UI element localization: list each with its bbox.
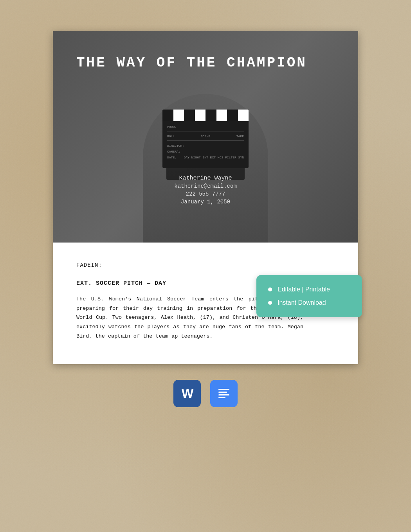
contact-date: January 1, 2050 — [76, 199, 335, 205]
clapper-daynight-label: Day Night Int Ext Mos Filter Syn — [184, 156, 244, 159]
fade-in-text: FADEIN: — [76, 262, 335, 268]
clapper-row-2: ROLL SCENE TAKE — [167, 135, 244, 138]
script-content: FADEIN: EXT. SOCCER PITCH — DAY The U.S.… — [53, 243, 358, 364]
clapperboard: PROD. ROLL SCENE TAKE DIRECTOR: CAMERA: — [162, 110, 249, 168]
cover-title: THE WAY OF THE CHAMPION — [76, 55, 335, 71]
clapper-director-label: DIRECTOR: — [167, 144, 184, 147]
clapper-scene-label: SCENE — [201, 135, 210, 138]
bottom-icons: W — [37, 364, 374, 419]
clapper-date-label: DATE: — [167, 156, 177, 159]
clapper-row-4: CAMERA: — [167, 150, 244, 153]
clapper-row-1: PROD. — [167, 125, 244, 129]
cta-download-label: Instant Download — [278, 299, 326, 306]
docs-lines-icon — [218, 389, 229, 398]
word-w-label: W — [182, 386, 193, 401]
doc-line-4 — [218, 397, 225, 398]
clapper-roll-label: ROLL — [167, 135, 175, 138]
cta-bullet-2 — [268, 301, 272, 305]
cover-section: THE WAY OF THE CHAMPION PROD. ROLL SCENE… — [53, 31, 358, 243]
contact-email: katherine@email.com — [76, 183, 335, 189]
contact-name: Katherine Wayne — [76, 175, 335, 182]
cta-bullet-1 — [268, 288, 272, 291]
cta-badge: Editable | Printable Instant Download — [256, 275, 362, 317]
clapper-camera-label: CAMERA: — [167, 150, 180, 153]
docs-icon-button[interactable] — [210, 380, 238, 407]
cta-item-download: Instant Download — [268, 299, 350, 306]
document-card: THE WAY OF THE CHAMPION PROD. ROLL SCENE… — [53, 31, 358, 364]
cta-editable-label: Editable | Printable — [278, 286, 330, 293]
clapper-body: PROD. ROLL SCENE TAKE DIRECTOR: CAMERA: — [162, 121, 249, 168]
clapper-line-1 — [167, 131, 244, 131]
contact-info: Katherine Wayne katherine@email.com 222 … — [76, 175, 335, 205]
doc-line-2 — [218, 392, 227, 393]
clapper-line-2 — [167, 140, 244, 141]
clapper-prod-label: PROD. — [167, 125, 177, 129]
doc-line-3 — [218, 394, 229, 395]
clapper-take-label: TAKE — [236, 135, 244, 138]
clapper-top — [162, 110, 249, 121]
contact-phone: 222 555 7777 — [76, 191, 335, 197]
clapper-row-5: DATE: Day Night Int Ext Mos Filter Syn — [167, 156, 244, 159]
page-wrapper: THE WAY OF THE CHAMPION PROD. ROLL SCENE… — [0, 0, 411, 442]
cta-item-editable: Editable | Printable — [268, 286, 350, 293]
word-icon-button[interactable]: W — [173, 380, 201, 407]
doc-line-1 — [218, 389, 229, 390]
clapper-row-3: DIRECTOR: — [167, 144, 244, 147]
